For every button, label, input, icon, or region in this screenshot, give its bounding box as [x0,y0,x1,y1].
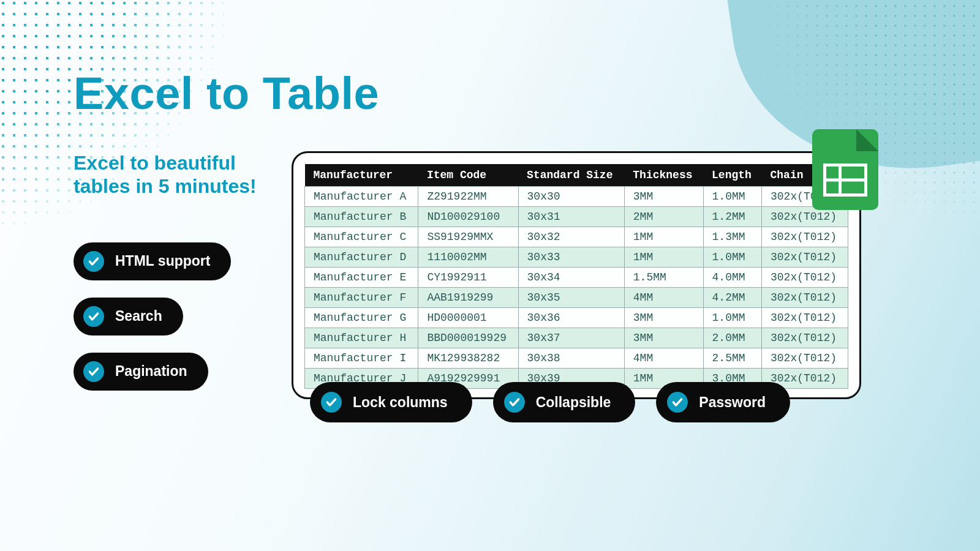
cell: 302x(T012) [762,348,848,369]
cell: 302x(T012) [762,227,848,247]
cell: 1.2MM [703,207,761,227]
cell: Manufacturer B [305,207,418,227]
cell: 30x31 [518,207,624,227]
cell: 2.5MM [703,348,761,369]
col-item-code: Item Code [418,164,518,187]
cell: 3MM [624,308,703,328]
cell: Manufacturer C [305,227,418,247]
cell: 4MM [624,288,703,308]
col-manufacturer: Manufacturer [305,164,418,187]
check-icon [321,392,342,413]
feature-pill-search: Search [74,298,183,335]
cell: 1.3MM [703,227,761,247]
cell: SS91929MMX [418,227,518,247]
col-length: Length [703,164,761,187]
cell: 302x(T012) [762,308,848,328]
check-icon [667,392,688,413]
cell: Manufacturer D [305,247,418,268]
table-row: Manufacturer F AAB1919299 30x35 4MM 4.2M… [305,288,848,308]
cell: Manufacturer F [305,288,418,308]
table-row: Manufacturer D 1110002MM 30x33 1MM 1.0MM… [305,247,848,268]
cell: 2.0MM [703,328,761,348]
cell: 2MM [624,207,703,227]
left-column: Excel to beautiful tables in 5 minutes! … [74,151,263,408]
subtitle: Excel to beautiful tables in 5 minutes! [74,151,263,198]
cell: 30x32 [518,227,624,247]
table-row: Manufacturer I MK129938282 30x38 4MM 2.5… [305,348,848,369]
feature-pill-collapsible: Collapsible [493,382,636,422]
table-row: Manufacturer C SS91929MMX 30x32 1MM 1.3M… [305,227,848,247]
feature-pill-pagination: Pagination [74,353,208,391]
pill-label: Search [115,308,162,324]
data-table: Manufacturer Item Code Standard Size Thi… [304,164,848,389]
cell: 3MM [624,328,703,348]
table-row: Manufacturer G HD0000001 30x36 3MM 1.0MM… [305,308,848,328]
cell: Manufacturer H [305,328,418,348]
cell: 1.0MM [703,187,761,207]
check-icon [504,392,525,413]
google-sheets-icon [812,129,878,210]
cell: Manufacturer G [305,308,418,328]
feature-pill-password: Password [656,382,790,422]
cell: 1MM [624,247,703,268]
sheets-grid-icon [823,163,867,197]
bottom-feature-pills: Lock columns Collapsible Password [310,382,790,422]
cell: 30x34 [518,268,624,288]
cell: 1.0MM [703,308,761,328]
cell: 30x35 [518,288,624,308]
cell: CY1992911 [418,268,518,288]
cell: 30x33 [518,247,624,268]
pill-label: Collapsible [536,394,611,411]
pill-label: Pagination [115,363,187,380]
feature-pill-lock-columns: Lock columns [310,382,472,422]
table-card-wrap: Manufacturer Item Code Standard Size Thi… [292,151,861,399]
col-standard-size: Standard Size [518,164,624,187]
pill-label: HTML support [115,253,210,269]
table-row: Manufacturer H BBD000019929 30x37 3MM 2.… [305,328,848,348]
columns: Excel to beautiful tables in 5 minutes! … [74,151,937,408]
cell: 30x38 [518,348,624,369]
table-row: Manufacturer B ND100029100 30x31 2MM 1.2… [305,207,848,227]
table-header-row: Manufacturer Item Code Standard Size Thi… [305,164,848,187]
cell: Z291922MM [418,187,518,207]
table-row: Manufacturer A Z291922MM 30x30 3MM 1.0MM… [305,187,848,207]
table-row: Manufacturer E CY1992911 30x34 1.5MM 4.0… [305,268,848,288]
page: Excel to Table Excel to beautiful tables… [0,0,980,551]
feature-pill-html-support: HTML support [74,242,231,280]
pill-label: Lock columns [353,394,448,411]
cell: 1.0MM [703,247,761,268]
cell: 302x(T012) [762,288,848,308]
cell: 302x(T012) [762,247,848,268]
cell: 1.5MM [624,268,703,288]
cell: 4.2MM [703,288,761,308]
cell: Manufacturer A [305,187,418,207]
cell: 30x37 [518,328,624,348]
cell: 4.0MM [703,268,761,288]
check-icon [83,306,104,327]
page-title: Excel to Table [74,67,937,119]
cell: HD0000001 [418,308,518,328]
cell: 302x(T012) [762,328,848,348]
col-thickness: Thickness [624,164,703,187]
cell: 30x30 [518,187,624,207]
table-card: Manufacturer Item Code Standard Size Thi… [292,151,861,399]
cell: 1110002MM [418,247,518,268]
cell: 4MM [624,348,703,369]
cell: 30x36 [518,308,624,328]
pill-label: Password [699,394,766,411]
cell: ND100029100 [418,207,518,227]
table-body: Manufacturer A Z291922MM 30x30 3MM 1.0MM… [305,187,848,389]
cell: Manufacturer E [305,268,418,288]
cell: MK129938282 [418,348,518,369]
cell: BBD000019929 [418,328,518,348]
cell: 3MM [624,187,703,207]
cell: AAB1919299 [418,288,518,308]
check-icon [83,361,104,382]
cell: 302x(T012) [762,268,848,288]
cell: 1MM [624,227,703,247]
cell: Manufacturer I [305,348,418,369]
check-icon [83,251,104,272]
